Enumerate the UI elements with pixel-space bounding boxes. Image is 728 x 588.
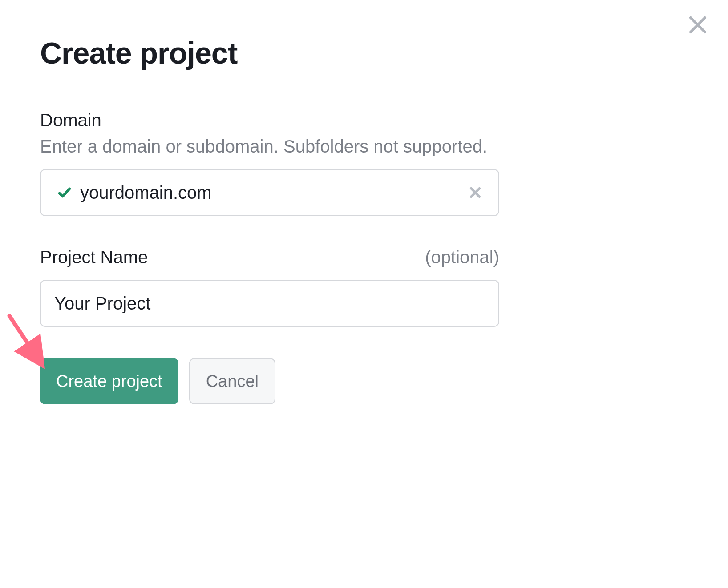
close-icon	[687, 14, 708, 36]
cancel-button[interactable]: Cancel	[189, 358, 275, 404]
project-name-input[interactable]	[40, 280, 499, 327]
domain-field-group: Domain Enter a domain or subdomain. Subf…	[40, 110, 688, 216]
create-project-button[interactable]: Create project	[40, 358, 178, 404]
dialog-title: Create project	[40, 36, 688, 70]
create-project-dialog: Create project Domain Enter a domain or …	[0, 0, 728, 404]
dialog-actions: Create project Cancel	[40, 358, 688, 404]
project-name-label: Project Name	[40, 247, 148, 267]
domain-input[interactable]	[80, 170, 498, 215]
domain-help-text: Enter a domain or subdomain. Subfolders …	[40, 137, 688, 157]
domain-label: Domain	[40, 110, 688, 130]
clear-icon	[468, 185, 482, 200]
check-icon	[57, 185, 72, 200]
project-name-field-group: Project Name (optional)	[40, 247, 688, 327]
domain-input-wrapper	[40, 169, 499, 216]
optional-hint: (optional)	[425, 247, 499, 267]
close-button[interactable]	[685, 12, 710, 37]
clear-domain-button[interactable]	[465, 182, 486, 203]
